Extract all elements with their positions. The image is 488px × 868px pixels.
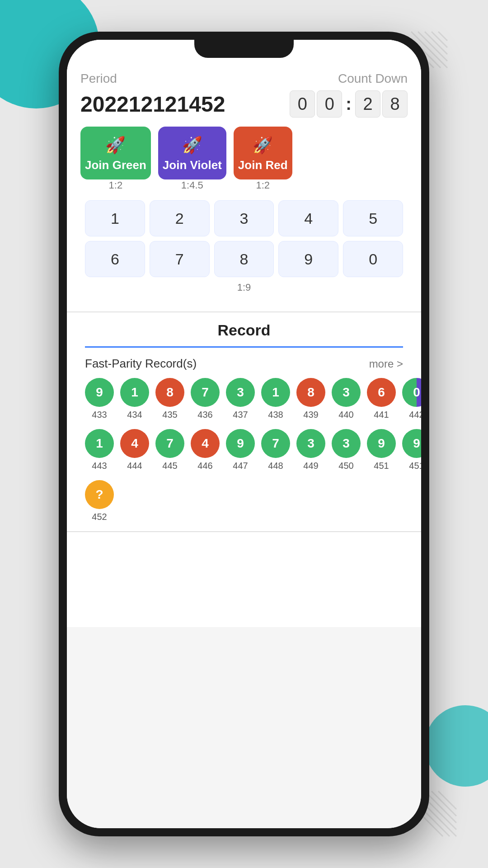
countdown-colon: : [344,94,353,114]
join-red-button[interactable]: 🚀 Join Red [234,127,292,179]
record-circle: 0 [402,378,421,407]
record-item: 1 434 [120,378,149,420]
record-circle: 8 [296,378,325,407]
record-number: 434 [127,410,142,420]
number-1-button[interactable]: 1 [85,200,145,236]
record-number: 439 [303,410,318,420]
record-circle: 4 [120,429,149,458]
join-red-label: Join Red [238,158,288,172]
record-number: 447 [233,461,248,471]
record-circle: 3 [332,378,361,407]
join-buttons-row: 🚀 Join Green 1:2 🚀 Join Violet 1:4.5 [80,127,408,191]
record-number: 441 [374,410,389,420]
record-circle: 4 [191,429,220,458]
record-item: 9 447 [226,429,255,471]
record-item: 4 446 [191,429,220,471]
record-circle: 1 [85,429,114,458]
record-number: 435 [162,410,177,420]
record-circle: 9 [226,429,255,458]
record-item: 9 451 [367,429,396,471]
record-item: 8 439 [296,378,325,420]
phone-frame: Period Count Down 202212121452 0 0 : 2 8 [59,32,429,836]
record-item: 3 440 [332,378,361,420]
countdown-digit-4: 8 [382,90,408,118]
record-title: Record [85,312,403,348]
join-green-label: Join Green [85,158,146,172]
record-number: 437 [233,410,248,420]
number-4-button[interactable]: 4 [278,200,338,236]
record-circle: 9 [85,378,114,407]
fast-parity-label: Fast-Parity Record(s) [85,357,197,371]
record-row-1: 9 433 1 434 8 435 7 436 [85,378,403,420]
record-item: ? 452 [85,480,114,522]
record-item: 1 443 [85,429,114,471]
rocket-red-icon: 🚀 [253,136,273,155]
record-number: 438 [268,410,283,420]
screen-content: Period Count Down 202212121452 0 0 : 2 8 [67,40,421,828]
number-row-2: 6 7 8 9 0 [85,241,403,277]
fast-parity-header: Fast-Parity Record(s) more > [85,348,403,378]
empty-area [85,537,403,627]
record-number: 448 [268,461,283,471]
period-value: 202212121452 [80,92,225,117]
svg-line-10 [432,791,456,816]
record-circle: 3 [296,429,325,458]
join-red-ratio: 1:2 [256,179,270,191]
record-item: 9 451 [402,429,421,471]
record-circle: 7 [191,378,220,407]
record-circle: 1 [120,378,149,407]
number-5-button[interactable]: 5 [343,200,403,236]
number-0-button[interactable]: 0 [343,241,403,277]
record-number: 449 [303,461,318,471]
countdown-digit-2: 0 [317,90,342,118]
number-2-button[interactable]: 2 [150,200,210,236]
record-item: 7 445 [155,429,184,471]
record-number: 452 [92,512,107,522]
record-number: 450 [338,461,353,471]
record-circle: 8 [155,378,184,407]
record-row-3: ? 452 [85,480,403,522]
number-7-button[interactable]: 7 [150,241,210,277]
join-violet-button[interactable]: 🚀 Join Violet [158,127,226,179]
record-number: 451 [409,461,421,471]
record-number: 451 [374,461,389,471]
number-8-button[interactable]: 8 [214,241,274,277]
record-item: 3 449 [296,429,325,471]
more-link[interactable]: more > [369,358,403,370]
rocket-violet-icon: 🚀 [182,136,202,155]
record-circle: 3 [226,378,255,407]
record-item: 3 450 [332,429,361,471]
record-item: 6 441 [367,378,396,420]
record-circle: 3 [332,429,361,458]
record-item: 7 448 [261,429,290,471]
phone-screen: Period Count Down 202212121452 0 0 : 2 8 [67,40,421,828]
record-number: 444 [127,461,142,471]
record-circle: 9 [367,429,396,458]
record-item: 3 437 [226,378,255,420]
record-item: 9 433 [85,378,114,420]
record-section: Record Fast-Parity Record(s) more > 9 43… [67,312,421,627]
record-item: 1 438 [261,378,290,420]
record-circle: 9 [402,429,421,458]
record-circle: 7 [155,429,184,458]
svg-line-2 [425,32,447,54]
number-6-button[interactable]: 6 [85,241,145,277]
record-number: 436 [197,410,212,420]
number-3-button[interactable]: 3 [214,200,274,236]
record-circle: 6 [367,378,396,407]
record-item: 0 442 [402,378,421,420]
number-grid-ratio: 1:9 [85,282,403,293]
number-9-button[interactable]: 9 [278,241,338,277]
record-item: 4 444 [120,429,149,471]
number-row-1: 1 2 3 4 5 [85,200,403,236]
record-number: 440 [338,410,353,420]
join-violet-label: Join Violet [163,158,222,172]
join-green-button[interactable]: 🚀 Join Green [80,127,151,179]
number-grid: 1 2 3 4 5 6 7 8 9 0 1:9 [80,196,408,302]
rocket-green-icon: 🚀 [105,136,126,155]
record-number: 443 [92,461,107,471]
phone-notch [194,40,294,58]
record-circle: ? [85,480,114,509]
record-circle: 1 [261,378,290,407]
record-number: 445 [162,461,177,471]
